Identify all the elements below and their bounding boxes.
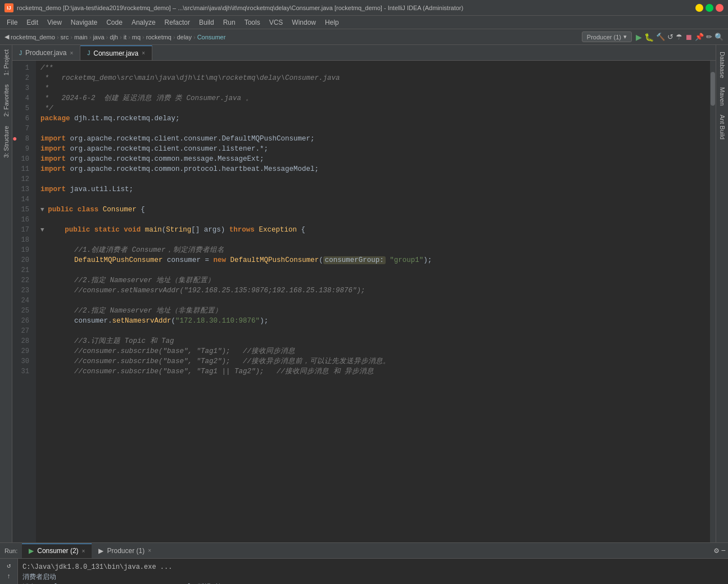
code-editor: 1234567●89101112131415161718192021222324… — [12, 61, 716, 542]
tab-consumer-close[interactable]: × — [142, 50, 145, 56]
scrollbar-thumb[interactable] — [711, 72, 715, 106]
bc-it[interactable]: it — [124, 34, 127, 40]
run-config-chevron[interactable]: ▾ — [623, 33, 627, 40]
debug-button[interactable]: 🐛 — [644, 33, 654, 42]
code-line-13: import java.util.List; — [40, 184, 710, 194]
bc-delay[interactable]: delay — [177, 34, 192, 40]
left-panel-tabs: 1: Project 2: Favorites 3: Structure — [0, 45, 12, 542]
run-minimize-icon[interactable]: − — [721, 546, 726, 555]
menu-item-navigate[interactable]: Navigate — [66, 17, 102, 28]
fold-marker-15[interactable]: ▼ — [40, 206, 48, 213]
sidebar-item-structure[interactable]: 3: Structure — [2, 121, 11, 162]
sidebar-item-favorites[interactable]: 2: Favorites — [2, 80, 11, 121]
line-number-20: 20 — [12, 255, 33, 265]
run-controls: ▶ 🐛 🔨 ↺ ☂ ⏹ 📌 ✏ 🔍 — [636, 33, 724, 42]
rerun-button[interactable]: ↺ — [4, 561, 13, 570]
main-area: 1: Project 2: Favorites 3: Structure J P… — [0, 45, 728, 542]
editor-scrollbar[interactable] — [710, 61, 716, 542]
run-consumer-icon: ▶ — [29, 547, 34, 555]
menu-item-window[interactable]: Window — [287, 17, 320, 28]
code-line-19: //1.创建消费者 Consumer，制定消费者组名 — [40, 245, 710, 255]
bc-rocketmq-demo[interactable]: rocketmq_demo — [11, 34, 55, 40]
bc-main[interactable]: main — [74, 34, 88, 40]
search-everywhere-button[interactable]: 🔍 — [715, 33, 724, 41]
bc-mq[interactable]: mq — [132, 34, 141, 40]
line-number-28: 28 — [12, 336, 33, 346]
menu-item-view[interactable]: View — [43, 17, 66, 28]
tab-consumer-java-icon: J — [87, 50, 90, 56]
run-content: ↺ ↑ ⬛ ↓ ⏸ ★ 📋 ⊞ ✂ C:\Java\jdk1.8.0_131\b… — [0, 559, 728, 584]
line-number-27: 27 — [12, 326, 33, 336]
pin-button[interactable]: 📌 — [695, 33, 704, 41]
edit-config-button[interactable]: ✏ — [706, 33, 712, 41]
scroll-up-button[interactable]: ↑ — [4, 572, 13, 581]
menu-item-edit[interactable]: Edit — [22, 17, 43, 28]
tab-producer-close[interactable]: × — [70, 50, 73, 56]
coverage-button[interactable]: ☂ — [676, 33, 682, 41]
code-line-2: * rocketmq_demo\src\main\java\djh\it\mq\… — [40, 73, 710, 83]
run-button[interactable]: ▶ — [636, 33, 642, 42]
sidebar-item-project[interactable]: 1: Project — [2, 45, 11, 80]
run-output: C:\Java\jdk1.8.0_131\bin\java.exe ...消费者… — [18, 559, 728, 584]
code-line-14 — [40, 194, 710, 205]
fold-marker-17[interactable]: ▼ — [40, 227, 48, 233]
run-label: Run: — [4, 547, 17, 554]
line-number-19: 19 — [12, 245, 33, 255]
sidebar-maven[interactable]: Maven — [718, 83, 727, 110]
bc-src[interactable]: src — [61, 34, 69, 40]
code-line-15: ▼ public class Consumer { — [40, 205, 710, 215]
code-line-21 — [40, 265, 710, 275]
code-line-9: import org.apache.rocketmq.client.consum… — [40, 144, 710, 154]
line-number-10: 10 — [12, 154, 33, 164]
line-number-30: 30 — [12, 356, 33, 366]
run-tab-consumer-close[interactable]: × — [82, 548, 85, 554]
menu-item-file[interactable]: File — [2, 17, 22, 28]
bc-rocketmq[interactable]: rocketmq — [146, 34, 171, 40]
line-number-25: 25 — [12, 306, 33, 316]
sidebar-ant-build[interactable]: Ant Build — [718, 110, 727, 144]
maximize-button[interactable] — [706, 4, 713, 12]
run-producer-icon: ▶ — [98, 547, 103, 555]
code-line-5: */ — [40, 103, 710, 114]
line-number-18: 18 — [12, 235, 33, 245]
sidebar-database[interactable]: Database — [718, 47, 727, 83]
build-button[interactable]: 🔨 — [656, 33, 665, 41]
minimize-button[interactable] — [695, 4, 703, 12]
code-line-20: DefaultMQPushConsumer consumer = new Def… — [40, 255, 710, 265]
menu-item-vcs[interactable]: VCS — [265, 17, 288, 28]
code-line-25: //2.指定 Nameserver 地址（非集群配置） — [40, 306, 710, 316]
line-number-31: 31 — [12, 366, 33, 377]
line-number-22: 22 — [12, 275, 33, 286]
close-button[interactable] — [716, 4, 724, 12]
tab-consumer[interactable]: J Consumer.java × — [80, 46, 152, 60]
code-line-23: //consumer.setNamesrvAddr("192.168.25.13… — [40, 286, 710, 296]
code-content[interactable]: /** * rocketmq_demo\src\main\java\djh\it… — [36, 61, 710, 542]
code-line-8: import org.apache.rocketmq.client.consum… — [40, 134, 710, 144]
line-number-7: 7 — [12, 124, 33, 134]
run-tab-consumer[interactable]: ▶ Consumer (2) × — [22, 544, 92, 558]
stop-button[interactable]: ⏹ — [685, 33, 693, 42]
line-number-4: 4 — [12, 93, 33, 103]
run-tab-producer-close[interactable]: × — [148, 547, 151, 554]
menu-item-tools[interactable]: Tools — [240, 17, 265, 28]
menu-item-run[interactable]: Run — [219, 17, 240, 28]
run-tab-producer[interactable]: ▶ Producer (1) × — [92, 544, 158, 558]
code-line-6: package djh.it.mq.rocketmq.delay; — [40, 114, 710, 124]
tab-producer[interactable]: J Producer.java × — [12, 46, 80, 60]
menu-item-code[interactable]: Code — [102, 17, 127, 28]
run-output-line: C:\Java\jdk1.8.0_131\bin\java.exe ... — [22, 562, 724, 572]
menu-item-analyze[interactable]: Analyze — [127, 17, 160, 28]
menu-item-build[interactable]: Build — [195, 17, 219, 28]
run-settings-icon[interactable]: ⚙ — [714, 546, 718, 555]
bottom-panel: Run: ▶ Consumer (2) × ▶ Producer (1) × ⚙… — [0, 542, 728, 584]
reload-button[interactable]: ↺ — [667, 33, 673, 41]
run-config-selector[interactable]: Producer (1) ▾ — [582, 31, 632, 42]
menu-item-refactor[interactable]: Refactor — [160, 17, 195, 28]
line-number-2: 2 — [12, 73, 33, 83]
code-line-29: //consumer.subscribe("base", "Tag1"); //… — [40, 346, 710, 356]
bc-djh[interactable]: djh — [110, 34, 118, 40]
breadcrumb-back[interactable]: ◀ — [4, 33, 9, 40]
bc-java[interactable]: java — [93, 34, 104, 40]
menu-item-help[interactable]: Help — [320, 17, 343, 28]
line-number-17: 17 — [12, 225, 33, 235]
